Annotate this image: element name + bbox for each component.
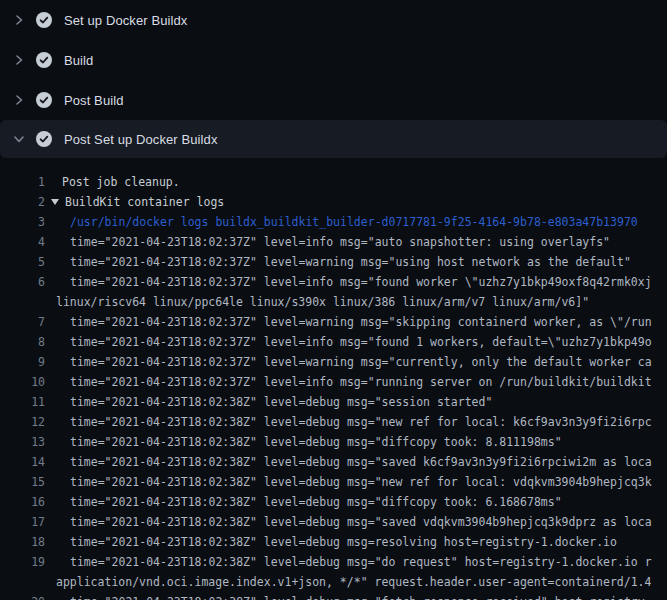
chevron-icon xyxy=(13,133,25,145)
log-line-text: time="2021-04-23T18:02:37Z" level=info m… xyxy=(45,332,652,352)
step-row-post-set-up-docker-buildx[interactable]: Post Set up Docker Buildx xyxy=(0,120,667,158)
log-output: 1 Post job cleanup. 2 BuildKit container… xyxy=(0,172,667,600)
log-line-text: time="2021-04-23T18:02:37Z" level=info m… xyxy=(45,372,652,392)
log-line: 11 time="2021-04-23T18:02:38Z" level=deb… xyxy=(0,392,667,412)
log-line-text: time="2021-04-23T18:02:38Z" level=debug … xyxy=(45,592,652,600)
log-line: 17 time="2021-04-23T18:02:38Z" level=deb… xyxy=(0,512,667,532)
log-line-text: time="2021-04-23T18:02:37Z" level=info m… xyxy=(45,272,652,292)
group-collapse-icon[interactable] xyxy=(45,192,65,212)
log-line: 10 time="2021-04-23T18:02:37Z" level=inf… xyxy=(0,372,667,392)
log-line-number[interactable]: 15 xyxy=(0,472,45,492)
log-line: 2 BuildKit container logs xyxy=(0,192,667,212)
log-line-number[interactable]: 8 xyxy=(0,332,45,352)
log-line-text: time="2021-04-23T18:02:38Z" level=debug … xyxy=(45,552,652,572)
log-line: linux/riscv64 linux/ppc64le linux/s390x … xyxy=(0,292,667,312)
log-line-text: linux/riscv64 linux/ppc64le linux/s390x … xyxy=(45,292,589,312)
log-line-number[interactable]: 3 xyxy=(0,212,45,232)
steps-list: Set up Docker Buildx Build Post Build xyxy=(0,0,667,158)
log-line-number[interactable]: 5 xyxy=(0,252,45,272)
check-circle-icon xyxy=(36,131,52,147)
log-line: 5 time="2021-04-23T18:02:37Z" level=warn… xyxy=(0,252,667,272)
log-line: 19 time="2021-04-23T18:02:38Z" level=deb… xyxy=(0,552,667,572)
log-line-text: time="2021-04-23T18:02:38Z" level=debug … xyxy=(45,432,562,452)
step-label: Post Build xyxy=(64,93,124,108)
step-label: Set up Docker Buildx xyxy=(64,13,187,28)
log-line: 15 time="2021-04-23T18:02:38Z" level=deb… xyxy=(0,472,667,492)
log-line-text: time="2021-04-23T18:02:37Z" level=warnin… xyxy=(45,312,652,332)
log-line-number[interactable]: 10 xyxy=(0,372,45,392)
check-circle-icon xyxy=(36,52,52,68)
log-line-number[interactable]: 18 xyxy=(0,532,45,552)
log-line: 1 Post job cleanup. xyxy=(0,172,667,192)
log-line-number[interactable]: 13 xyxy=(0,432,45,452)
log-line-text: application/vnd.oci.image.index.v1+json,… xyxy=(45,572,651,592)
log-line-number[interactable] xyxy=(0,572,45,592)
log-line-number[interactable]: 20 xyxy=(0,592,45,600)
log-line-text: time="2021-04-23T18:02:37Z" level=warnin… xyxy=(45,352,652,372)
log-line-number[interactable]: 4 xyxy=(0,232,45,252)
log-line-number[interactable]: 17 xyxy=(0,512,45,532)
log-line-number[interactable]: 11 xyxy=(0,392,45,412)
check-circle-icon xyxy=(36,12,52,28)
log-line: 7 time="2021-04-23T18:02:37Z" level=warn… xyxy=(0,312,667,332)
log-line-text: time="2021-04-23T18:02:38Z" level=debug … xyxy=(45,532,617,552)
log-line-number[interactable]: 7 xyxy=(0,312,45,332)
log-line: 14 time="2021-04-23T18:02:38Z" level=deb… xyxy=(0,452,667,472)
log-line: 4 time="2021-04-23T18:02:37Z" level=info… xyxy=(0,232,667,252)
log-line: 6 time="2021-04-23T18:02:37Z" level=info… xyxy=(0,272,667,292)
log-line-number[interactable]: 12 xyxy=(0,412,45,432)
log-line: 13 time="2021-04-23T18:02:38Z" level=deb… xyxy=(0,432,667,452)
log-line-number[interactable]: 1 xyxy=(0,172,45,192)
log-line: 18 time="2021-04-23T18:02:38Z" level=deb… xyxy=(0,532,667,552)
log-line-number[interactable]: 9 xyxy=(0,352,45,372)
log-line: application/vnd.oci.image.index.v1+json,… xyxy=(0,572,667,592)
job-log-viewer: Set up Docker Buildx Build Post Build xyxy=(0,0,667,600)
step-label: Build xyxy=(64,53,93,68)
check-circle-icon xyxy=(36,92,52,108)
log-line-text: BuildKit container logs xyxy=(65,192,224,212)
log-line: 3 /usr/bin/docker logs buildx_buildkit_b… xyxy=(0,212,667,232)
log-line: 12 time="2021-04-23T18:02:38Z" level=deb… xyxy=(0,412,667,432)
log-line-text: time="2021-04-23T18:02:38Z" level=debug … xyxy=(45,512,652,532)
step-row-post-build[interactable]: Post Build xyxy=(0,80,667,120)
log-line: 8 time="2021-04-23T18:02:37Z" level=info… xyxy=(0,332,667,352)
step-row-build[interactable]: Build xyxy=(0,40,667,80)
log-line-number[interactable]: 14 xyxy=(0,452,45,472)
log-line: 20 time="2021-04-23T18:02:38Z" level=deb… xyxy=(0,592,667,600)
log-line-number[interactable]: 6 xyxy=(0,272,45,292)
log-line-text: Post job cleanup. xyxy=(45,172,180,192)
log-line-text: time="2021-04-23T18:02:38Z" level=debug … xyxy=(45,472,652,492)
step-label: Post Set up Docker Buildx xyxy=(64,132,218,147)
log-line-text: time="2021-04-23T18:02:38Z" level=debug … xyxy=(45,392,492,412)
log-line-number[interactable]: 16 xyxy=(0,492,45,512)
chevron-icon xyxy=(13,94,25,106)
chevron-icon xyxy=(13,14,25,26)
log-line-number[interactable] xyxy=(0,292,45,312)
log-line-text: time="2021-04-23T18:02:38Z" level=debug … xyxy=(45,452,652,472)
log-line-text: time="2021-04-23T18:02:37Z" level=info m… xyxy=(45,232,610,252)
log-line-number[interactable]: 19 xyxy=(0,552,45,572)
log-line-text: time="2021-04-23T18:02:37Z" level=warnin… xyxy=(45,252,631,272)
log-line-number[interactable]: 2 xyxy=(0,192,45,212)
step-row-set-up-docker-buildx[interactable]: Set up Docker Buildx xyxy=(0,0,667,40)
log-line: 16 time="2021-04-23T18:02:38Z" level=deb… xyxy=(0,492,667,512)
log-line: 9 time="2021-04-23T18:02:37Z" level=warn… xyxy=(0,352,667,372)
chevron-icon xyxy=(13,54,25,66)
log-line-text: /usr/bin/docker logs buildx_buildkit_bui… xyxy=(45,212,638,232)
log-line-text: time="2021-04-23T18:02:38Z" level=debug … xyxy=(45,412,652,432)
log-line-text: time="2021-04-23T18:02:38Z" level=debug … xyxy=(45,492,562,512)
